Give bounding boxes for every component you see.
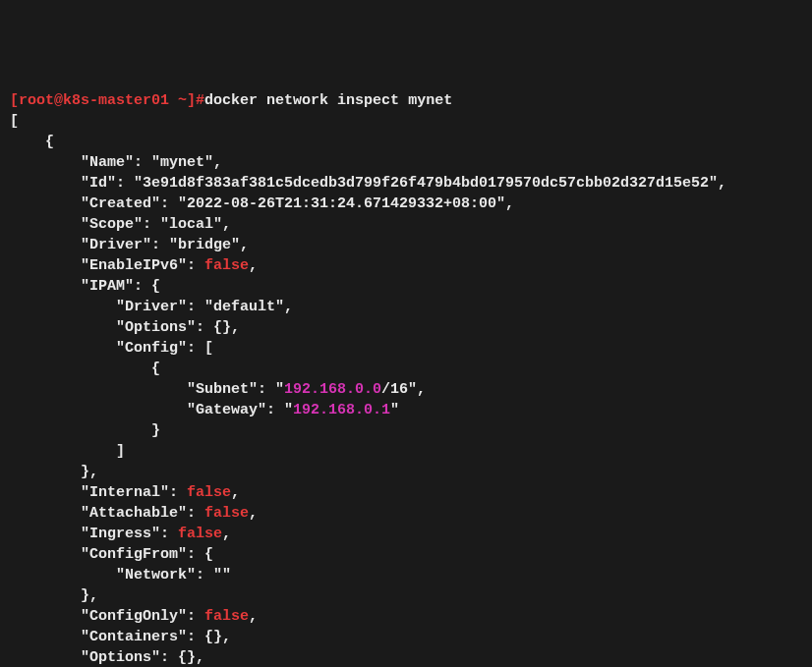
json-false: false [178, 526, 222, 542]
json-line-part: "Attachable": [10, 505, 204, 522]
json-line: "Options": {}, [10, 649, 204, 666]
command-text: docker network inspect mynet [204, 92, 452, 109]
json-line-part: "Ingress": [10, 526, 178, 542]
json-line: { [10, 361, 160, 377]
subnet-ip: 192.168.0.0 [284, 381, 381, 398]
json-line: "Driver": "bridge", [10, 237, 249, 253]
prompt-user-host: root@k8s-master01 [19, 92, 169, 109]
json-line: "Config": [ [10, 340, 213, 357]
json-false: false [204, 608, 249, 625]
json-line: "Id": "3e91d8f383af381c5dcedb3d799f26f47… [10, 175, 726, 192]
json-line: "Containers": {}, [10, 629, 231, 645]
json-line: "Options": {}, [10, 319, 240, 336]
json-false: false [187, 484, 231, 501]
json-line-part: , [231, 484, 240, 501]
json-line: }, [10, 587, 98, 604]
json-line: [ [10, 113, 19, 130]
json-line: "Network": "" [10, 567, 231, 584]
prompt-close: ]# [187, 92, 204, 109]
prompt-space [169, 92, 178, 109]
json-line-part: "Subnet": " [10, 381, 284, 398]
json-line-part: , [249, 505, 258, 522]
gateway-ip: 192.168.0.1 [293, 402, 390, 418]
json-false: false [204, 257, 249, 274]
json-line-part: "ConfigOnly": [10, 608, 204, 625]
json-line-part: "Internal": [10, 484, 187, 501]
json-line: } [10, 422, 160, 439]
json-line-part: , [222, 526, 231, 542]
json-line: "Name": "mynet", [10, 154, 222, 171]
json-line-part: , [249, 257, 258, 274]
json-line: "IPAM": { [10, 278, 160, 295]
json-line-part: " [390, 402, 399, 418]
json-line: "Driver": "default", [10, 299, 293, 315]
json-line: "ConfigFrom": { [10, 546, 213, 563]
json-line: "Scope": "local", [10, 216, 231, 233]
json-line-part: /16", [381, 381, 426, 398]
json-line: { [10, 134, 54, 150]
prompt-open-bracket: [ [10, 92, 19, 109]
json-false: false [204, 505, 249, 522]
json-line: ] [10, 443, 125, 460]
json-line-part: "Gateway": " [10, 402, 293, 418]
json-line: "Created": "2022-08-26T21:31:24.67142933… [10, 195, 514, 212]
json-line: }, [10, 464, 98, 480]
json-line-part: "EnableIPv6": [10, 257, 204, 274]
prompt-tilde: ~ [178, 92, 187, 109]
json-line-part: , [249, 608, 258, 625]
terminal-output: [root@k8s-master01 ~]#docker network ins… [10, 90, 802, 667]
